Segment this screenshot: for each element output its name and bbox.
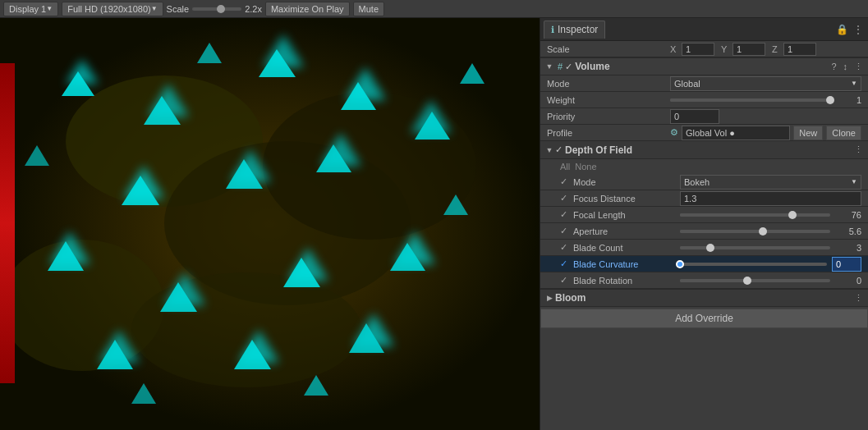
focus-distance-check[interactable]: ✓ (560, 193, 572, 204)
blade-rotation-value: 0 (680, 276, 861, 286)
inspector-tab-actions: 🔒 ⋮ (835, 23, 865, 36)
scale-x-input[interactable] (682, 43, 714, 56)
priority-row: Priority (540, 108, 868, 125)
weight-label: Weight (547, 95, 670, 105)
volume-collapse-icon: ▼ (544, 61, 555, 72)
dof-mode-dropdown[interactable]: Bokeh (680, 175, 861, 190)
bloom-title: Bloom (555, 292, 852, 304)
blade-count-display: 3 (835, 243, 861, 253)
more-options-button[interactable]: ⋮ (852, 23, 865, 36)
dof-mode-value: Bokeh (680, 175, 861, 190)
lock-button[interactable]: 🔒 (835, 23, 848, 36)
hash-icon: # (558, 62, 563, 71)
all-label[interactable]: All (560, 162, 570, 172)
dof-menu-button[interactable]: ⋮ (852, 144, 865, 155)
game-view (0, 18, 540, 430)
dof-collapse-icon: ▼ (544, 144, 555, 156)
dof-title: Depth Of Field (565, 144, 852, 156)
blade-curvature-value (680, 257, 861, 272)
main-content: ℹ Inspector 🔒 ⋮ Scale X Y (0, 18, 868, 430)
svg-point-5 (131, 272, 361, 387)
toolbar: Display 1 Full HD (1920x1080) Scale 2.2x… (0, 0, 868, 18)
weight-value: 1 (670, 95, 861, 105)
blade-count-slider[interactable] (680, 246, 830, 249)
volume-menu-button[interactable]: ⋮ (852, 62, 865, 72)
none-label[interactable]: None (575, 162, 596, 172)
blade-curvature-input[interactable] (832, 257, 861, 272)
weight-slider-track[interactable] (670, 98, 830, 102)
scale-slider[interactable] (192, 7, 241, 11)
mute-button[interactable]: Mute (353, 2, 384, 16)
bloom-menu-button[interactable]: ⋮ (852, 293, 865, 304)
priority-label: Priority (547, 112, 670, 121)
blade-curvature-check[interactable]: ✓ (560, 258, 572, 269)
volume-check: ✓ (565, 62, 572, 72)
blade-count-label: Blade Count (573, 243, 680, 253)
focal-length-check[interactable]: ✓ (560, 209, 572, 220)
focal-length-display: 76 (835, 210, 861, 220)
priority-input[interactable] (670, 109, 719, 124)
aperture-value: 5.6 (680, 226, 861, 236)
focal-length-value: 76 (680, 210, 861, 220)
new-profile-button[interactable]: New (793, 126, 823, 140)
blade-count-row: ✓ Blade Count 3 (540, 240, 868, 256)
mode-row: Mode Global (540, 75, 868, 92)
focus-distance-value (680, 191, 861, 206)
blade-rotation-row: ✓ Blade Rotation 0 (540, 272, 868, 289)
mode-dropdown[interactable]: Global (670, 76, 861, 91)
bloom-header[interactable]: ▶ Bloom ⋮ (540, 289, 868, 307)
volume-section-header[interactable]: ▼ # ✓ Volume ? ↕ ⋮ (540, 57, 868, 75)
blade-rotation-check[interactable]: ✓ (560, 275, 572, 286)
resolution-selector[interactable]: Full HD (1920x1080) (62, 2, 163, 16)
blade-rotation-display: 0 (835, 276, 861, 286)
x-label: X (670, 44, 680, 54)
weight-slider-container: 1 (670, 95, 861, 105)
scale-z-input[interactable] (783, 43, 816, 56)
inspector-body: Scale X Y Z (540, 41, 868, 430)
weight-row: Weight 1 (540, 92, 868, 108)
aperture-display: 5.6 (835, 226, 861, 236)
focus-distance-label: Focus Distance (573, 194, 680, 204)
dof-header[interactable]: ▼ ✓ Depth Of Field ⋮ (540, 141, 868, 159)
volume-section-actions: ? ↕ ⋮ (829, 62, 865, 72)
profile-label: Profile (547, 128, 670, 138)
focus-distance-input[interactable] (680, 191, 861, 206)
display-selector[interactable]: Display 1 (3, 2, 58, 16)
scale-z-field: Z (772, 43, 816, 56)
weight-value-display: 1 (835, 95, 861, 105)
scale-control: Scale 2.2x (167, 4, 262, 14)
y-label: Y (721, 44, 731, 54)
volume-help-button[interactable]: ? (829, 62, 838, 71)
z-label: Z (772, 44, 782, 54)
focal-length-row: ✓ Focal Length 76 (540, 207, 868, 223)
blade-count-check[interactable]: ✓ (560, 242, 572, 253)
scale-y-input[interactable] (733, 43, 765, 56)
blade-curvature-slider[interactable] (680, 263, 827, 266)
blade-rotation-slider[interactable] (680, 279, 830, 282)
volume-title: Volume (575, 61, 829, 72)
maximize-on-play-button[interactable]: Maximize On Play (265, 2, 350, 16)
scale-y-field: Y (721, 43, 765, 56)
mode-value: Global (670, 76, 861, 91)
aperture-slider[interactable] (680, 230, 830, 233)
focal-length-slider[interactable] (680, 213, 830, 217)
clone-profile-button[interactable]: Clone (826, 126, 861, 140)
inspector-tab[interactable]: ℹ Inspector (544, 21, 605, 39)
add-override-button[interactable]: Add Override (540, 309, 868, 328)
profile-icon: ⚙ (670, 127, 678, 138)
blade-curvature-label: Blade Curvature (573, 259, 680, 269)
aperture-row: ✓ Aperture 5.6 (540, 223, 868, 240)
aperture-check[interactable]: ✓ (560, 226, 572, 236)
scale-x-field: X (670, 43, 714, 56)
volume-preset-button[interactable]: ↕ (842, 62, 850, 71)
bloom-collapse-icon: ▶ (544, 292, 555, 304)
aperture-label: Aperture (573, 226, 680, 236)
blade-curvature-row: ✓ Blade Curvature (540, 256, 868, 272)
profile-row: Profile ⚙ Global Vol ● New Clone (540, 125, 868, 141)
game-scene (0, 18, 540, 430)
svg-rect-42 (0, 63, 15, 383)
dof-mode-check[interactable]: ✓ (560, 176, 572, 187)
focal-length-label: Focal Length (573, 210, 680, 220)
info-icon: ℹ (551, 25, 554, 35)
inspector-tab-bar: ℹ Inspector 🔒 ⋮ (540, 18, 868, 41)
